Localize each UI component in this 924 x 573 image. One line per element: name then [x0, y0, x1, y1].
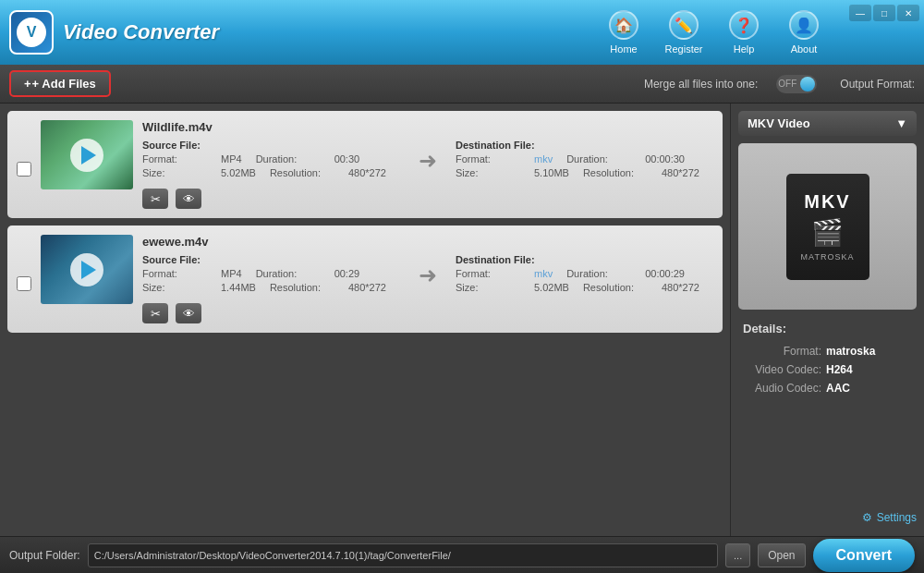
nav-help-button[interactable]: ❓ Help	[716, 5, 772, 60]
cut-button-1[interactable]: ✂	[142, 189, 168, 209]
file-thumbnail-2	[41, 235, 133, 304]
file-thumbnail-1	[41, 120, 133, 189]
dst-size-value-1: 5.10MB	[534, 167, 569, 178]
details-title: Details:	[743, 322, 912, 335]
dest-label-2: Destination File:	[456, 254, 535, 265]
dst-format-value-1: mkv	[534, 153, 553, 165]
src-res-value-1: 480*272	[348, 167, 386, 178]
play-button-1[interactable]	[70, 139, 103, 172]
dst-res-label-1: Resolution:	[583, 167, 648, 178]
arrow-icon-2: ➜	[409, 262, 446, 288]
window-controls: — □ ✕	[849, 5, 919, 21]
dst-size-value-2: 5.02MB	[534, 282, 569, 293]
dst-res-value-1: 480*272	[662, 167, 699, 178]
src-res-value-2: 480*272	[348, 282, 386, 293]
file-name-2: ewewe.m4v	[142, 235, 713, 249]
dest-info-1: Destination File: Format: mkv Duration: …	[456, 140, 713, 181]
src-duration-value-1: 00:30	[334, 153, 360, 165]
settings-gear-icon: ⚙	[862, 511, 872, 524]
dest-label-1: Destination File:	[456, 140, 535, 151]
src-format-value-1: MP4	[221, 153, 242, 165]
output-path-input[interactable]	[88, 543, 718, 567]
preview-button-2[interactable]: 👁	[176, 303, 201, 323]
details-section: Details: Format: matroska Video Codec: H…	[738, 317, 917, 504]
detail-format-row: Format: matroska	[743, 345, 912, 358]
toggle-knob	[800, 77, 815, 91]
toggle-state-label: OFF	[778, 79, 796, 89]
app-title: Video Converter	[63, 20, 219, 44]
dst-duration-value-2: 00:00:29	[645, 268, 685, 279]
dst-size-label-2: Size:	[456, 282, 520, 293]
nav-help-label: Help	[734, 43, 755, 55]
src-format-label-1: Format:	[142, 153, 207, 165]
src-size-value-2: 1.44MB	[221, 282, 256, 293]
chevron-down-icon: ▼	[895, 116, 907, 130]
src-res-label-2: Resolution:	[270, 282, 334, 293]
home-icon: 🏠	[609, 10, 638, 40]
source-info-2: Source File: Format: MP4 Duration: 00:29…	[142, 254, 400, 296]
src-size-label-1: Size:	[142, 167, 207, 178]
open-button[interactable]: Open	[758, 543, 805, 567]
app-logo-inner: V	[17, 18, 46, 47]
settings-label: Settings	[877, 511, 917, 524]
output-format-label: Output Format:	[840, 78, 915, 91]
format-selector[interactable]: MKV Video ▼	[738, 111, 917, 136]
play-triangle-icon-2	[81, 261, 96, 279]
dest-info-2: Destination File: Format: mkv Duration: …	[456, 254, 713, 296]
file-info-1: Wildlife.m4v Source File: Format: MP4 Du…	[142, 120, 713, 209]
source-label-2: Source File:	[142, 254, 207, 265]
source-info-1: Source File: Format: MP4 Duration: 00:30…	[142, 140, 400, 181]
maximize-button[interactable]: □	[873, 5, 895, 21]
nav-about-label: About	[791, 43, 818, 55]
nav-register-button[interactable]: ✏️ Register	[656, 5, 711, 60]
detail-vcodec-value: H264	[826, 363, 853, 376]
file-item-2: ewewe.m4v Source File: Format: MP4 Durat…	[7, 226, 723, 333]
add-files-label: + Add Files	[32, 77, 96, 91]
dst-duration-value-1: 00:00:30	[645, 153, 685, 165]
src-format-value-2: MP4	[221, 268, 242, 279]
mkv-title: MKV	[804, 191, 850, 213]
detail-acodec-label: Audio Codec:	[743, 382, 821, 395]
file-checkbox-1[interactable]	[17, 162, 31, 177]
dst-size-label-1: Size:	[456, 167, 520, 178]
src-duration-label-2: Duration:	[256, 268, 321, 279]
detail-acodec-value: AAC	[826, 382, 850, 395]
settings-link[interactable]: ⚙ Settings	[738, 511, 917, 529]
add-files-button[interactable]: + + Add Files	[9, 70, 111, 97]
mkv-subtitle: MATROSKA	[801, 252, 855, 262]
dst-duration-label-2: Duration:	[566, 268, 631, 279]
src-size-label-2: Size:	[142, 282, 207, 293]
arrow-icon-1: ➜	[409, 148, 446, 174]
detail-acodec-row: Audio Codec: AAC	[743, 382, 912, 395]
main-area: Wildlife.m4v Source File: Format: MP4 Du…	[0, 104, 924, 536]
cut-button-2[interactable]: ✂	[142, 303, 168, 323]
src-duration-label-1: Duration:	[256, 153, 321, 165]
dst-format-value-2: mkv	[534, 268, 553, 279]
source-label-1: Source File:	[142, 140, 207, 151]
minimize-button[interactable]: —	[849, 5, 871, 21]
detail-format-label: Format:	[743, 345, 821, 358]
nav-about-button[interactable]: 👤 About	[776, 5, 832, 60]
file-actions-2: ✂ 👁	[142, 303, 713, 323]
mkv-format-icon: 🎬	[811, 217, 844, 248]
nav-home-button[interactable]: 🏠 Home	[596, 5, 651, 60]
title-nav: 🏠 Home ✏️ Register ❓ Help 👤 About	[596, 0, 832, 65]
merge-toggle[interactable]: OFF	[776, 75, 817, 93]
file-checkbox-2[interactable]	[17, 276, 31, 291]
play-button-2[interactable]	[70, 253, 103, 286]
title-bar: V Video Converter 🏠 Home ✏️ Register ❓ H…	[0, 0, 924, 65]
detail-vcodec-row: Video Codec: H264	[743, 363, 912, 376]
bottom-bar: Output Folder: ... Open Convert	[0, 536, 924, 573]
mkv-box: MKV 🎬 MATROSKA	[786, 174, 869, 280]
merge-label: Merge all files into one:	[644, 78, 758, 91]
preview-button-1[interactable]: 👁	[176, 189, 201, 209]
convert-button[interactable]: Convert	[813, 539, 915, 572]
close-button[interactable]: ✕	[897, 5, 919, 21]
register-icon: ✏️	[669, 10, 699, 40]
app-logo: V	[9, 10, 54, 55]
browse-button[interactable]: ...	[725, 543, 750, 567]
src-duration-value-2: 00:29	[334, 268, 360, 279]
src-res-label-1: Resolution:	[270, 167, 334, 178]
dst-format-label-1: Format:	[456, 153, 520, 165]
dst-duration-label-1: Duration:	[566, 153, 631, 165]
